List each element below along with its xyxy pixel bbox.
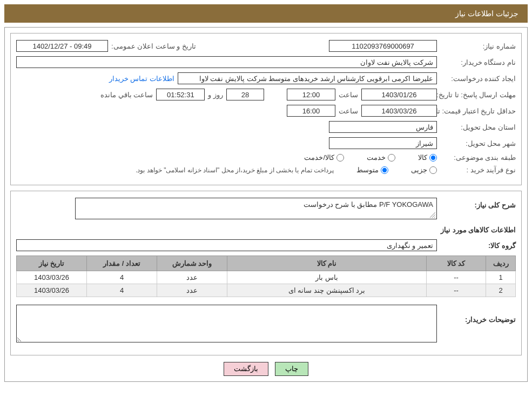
cat-service-text: خدمت bbox=[367, 153, 386, 162]
category-label: طبقه بندی موضوعی: bbox=[440, 153, 516, 162]
announce-label: تاریخ و ساعت اعلان عمومی: bbox=[111, 42, 196, 50]
deadline-time: 12:00 bbox=[287, 89, 335, 100]
announce-value: 1402/12/27 - 09:49 bbox=[16, 40, 108, 52]
goods-table: ردیف کد کالا نام کالا واحد شمارش تعداد /… bbox=[16, 256, 516, 297]
panel-header: جزئیات اطلاعات نیاز bbox=[4, 4, 528, 23]
city-label: شهر محل تحویل: bbox=[440, 139, 516, 147]
th-qty: تعداد / مقدار bbox=[87, 256, 157, 271]
buyer-notes-textarea[interactable] bbox=[16, 305, 437, 342]
process-label: نوع فرآیند خرید : bbox=[440, 166, 516, 174]
cat-service-radio[interactable]: خدمت bbox=[367, 153, 395, 162]
table-row: 1 -- باس بار عدد 4 1403/03/26 bbox=[17, 271, 516, 284]
cell-idx: 1 bbox=[486, 271, 516, 284]
cell-code: -- bbox=[427, 271, 486, 284]
group-label: گروه کالا: bbox=[440, 241, 516, 250]
panel-title: جزئیات اطلاعات نیاز bbox=[455, 9, 518, 18]
general-desc-label: شرح کلی نیاز: bbox=[440, 198, 516, 209]
province-value: فارس bbox=[329, 121, 437, 133]
deadline-time-label: ساعت bbox=[339, 91, 358, 99]
detail-section: شرح کلی نیاز: P/F YOKOGAWA مطابق با شرح … bbox=[10, 191, 522, 355]
buyer-org-label: نام دستگاه خریدار: bbox=[440, 58, 516, 66]
main-panel: شماره نیاز: 1102093769000697 تاریخ و ساع… bbox=[4, 27, 528, 382]
requester-value: علیرضا اکرمی ابرقویی کارشناس ارشد خریدها… bbox=[178, 72, 437, 84]
cell-unit: عدد bbox=[157, 271, 227, 284]
need-number-value: 1102093769000697 bbox=[329, 40, 437, 52]
th-unit: واحد شمارش bbox=[157, 256, 227, 271]
cell-idx: 2 bbox=[486, 284, 516, 297]
days-remaining: 28 bbox=[226, 89, 264, 100]
province-label: استان محل تحویل: bbox=[440, 123, 516, 131]
cat-goods-service-radio[interactable]: کالا/خدمت bbox=[304, 153, 344, 162]
th-date: تاریخ نیاز bbox=[17, 256, 87, 271]
buyer-contact-link[interactable]: اطلاعات تماس خریدار bbox=[109, 75, 174, 83]
days-label: روز و bbox=[208, 91, 223, 99]
requester-label: ایجاد کننده درخواست: bbox=[440, 75, 516, 83]
cat-goods-input[interactable] bbox=[429, 154, 437, 162]
deadline-date: 1403/01/26 bbox=[361, 89, 437, 100]
th-name: نام کالا bbox=[227, 256, 427, 271]
print-button[interactable]: چاپ bbox=[275, 362, 308, 376]
resize-handle-icon[interactable] bbox=[430, 212, 435, 218]
validity-time: 16:00 bbox=[287, 105, 335, 117]
proc-minor-text: جزیی bbox=[411, 166, 427, 174]
cell-date: 1403/03/26 bbox=[17, 271, 87, 284]
action-bar: چاپ بازگشت bbox=[10, 362, 522, 376]
cat-goods-radio[interactable]: کالا bbox=[418, 153, 437, 162]
general-desc-field: P/F YOKOGAWA مطابق با شرح درخواست bbox=[75, 198, 437, 219]
cell-date: 1403/03/26 bbox=[17, 284, 87, 297]
buyer-notes-label: توضیحات خریدار: bbox=[440, 305, 516, 324]
need-info-section: شماره نیاز: 1102093769000697 تاریخ و ساع… bbox=[10, 33, 522, 185]
group-value: تعمیر و نگهداری bbox=[16, 239, 437, 251]
back-button[interactable]: بازگشت bbox=[224, 362, 268, 376]
payment-note: پرداخت تمام یا بخشی از مبلغ خرید،از محل … bbox=[136, 166, 334, 174]
cell-qty: 4 bbox=[87, 271, 157, 284]
proc-minor-input[interactable] bbox=[429, 166, 437, 174]
cat-goods-text: کالا bbox=[418, 153, 427, 162]
countdown-timer: 01:52:31 bbox=[156, 89, 205, 100]
cat-goods-service-input[interactable] bbox=[336, 154, 344, 162]
proc-medium-input[interactable] bbox=[381, 166, 388, 174]
proc-medium-text: متوسط bbox=[356, 166, 379, 174]
cell-unit: عدد bbox=[157, 284, 227, 297]
general-desc-text: P/F YOKOGAWA مطابق با شرح درخواست bbox=[304, 200, 433, 209]
proc-minor-radio[interactable]: جزیی bbox=[411, 166, 437, 174]
cat-service-input[interactable] bbox=[388, 154, 395, 162]
buyer-org-value: شرکت پالایش نفت لاوان bbox=[16, 56, 437, 68]
cat-goods-service-text: کالا/خدمت bbox=[304, 153, 334, 162]
cell-name: برد اکسپنشن چند سانه ای bbox=[227, 284, 427, 297]
validity-label: حداقل تاریخ اعتبار قیمت: تا تاریخ: bbox=[440, 107, 516, 115]
validity-time-label: ساعت bbox=[339, 107, 358, 115]
cell-qty: 4 bbox=[87, 284, 157, 297]
validity-date: 1403/03/26 bbox=[361, 105, 437, 117]
remain-label: ساعت باقي مانده bbox=[100, 91, 153, 99]
table-row: 2 -- برد اکسپنشن چند سانه ای عدد 4 1403/… bbox=[17, 284, 516, 297]
th-row: ردیف bbox=[486, 256, 516, 271]
city-value: شیراز bbox=[329, 137, 437, 149]
th-code: کد کالا bbox=[427, 256, 486, 271]
cell-code: -- bbox=[427, 284, 486, 297]
deadline-label: مهلت ارسال پاسخ: تا تاریخ: bbox=[440, 91, 516, 99]
goods-info-header: اطلاعات کالاهای مورد نیاز bbox=[441, 226, 516, 234]
cell-name: باس بار bbox=[227, 271, 427, 284]
proc-medium-radio[interactable]: متوسط bbox=[356, 166, 388, 174]
need-number-label: شماره نیاز: bbox=[440, 42, 516, 50]
